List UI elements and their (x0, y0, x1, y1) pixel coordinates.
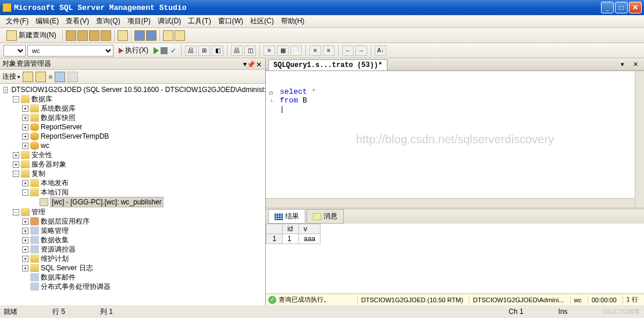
pin-icon[interactable]: 📌 (247, 61, 254, 68)
menu-project[interactable]: 项目(P) (125, 15, 153, 27)
analysis-mdx-icon[interactable] (77, 30, 88, 41)
expand-icon[interactable]: + (22, 218, 29, 225)
tree-server[interactable]: DTSCIOW1G2GJOED (SQL Server 10.50.1600 -… (11, 85, 265, 94)
expand-icon[interactable]: + (22, 115, 29, 121)
db-engine-query-icon[interactable] (66, 30, 76, 41)
tree-resource-gov[interactable]: 资源调控器 (41, 245, 76, 254)
expand-icon[interactable]: + (13, 161, 19, 168)
database-engine-dropdown[interactable] (3, 45, 26, 56)
new-query-button[interactable]: 新建查询(N) (3, 29, 59, 42)
outline-minus-icon[interactable]: ⊟ (269, 90, 273, 99)
results-to-file-icon[interactable]: 📄 (290, 45, 302, 56)
expand-icon[interactable]: + (22, 180, 29, 186)
tree-db-report-temp[interactable]: ReportServerTempDB (41, 132, 109, 141)
results-grid[interactable]: id v 1 1 aaa (266, 224, 644, 294)
tree-db-wc[interactable]: wc (41, 141, 49, 150)
menu-query[interactable]: 查询(Q) (94, 15, 122, 27)
tree-management[interactable]: 管理 (31, 207, 45, 217)
tree-policy[interactable]: 策略管理 (41, 226, 69, 235)
expand-icon[interactable]: - (3, 87, 8, 93)
open-file-icon[interactable] (118, 30, 128, 41)
connect-icon[interactable] (23, 72, 33, 82)
tree-db-mail[interactable]: 数据库邮件 (41, 273, 76, 282)
analysis-xmla-icon[interactable] (101, 30, 111, 41)
menu-window[interactable]: 窗口(W) (216, 15, 245, 27)
comment-icon[interactable]: ≡ (309, 45, 321, 56)
expand-icon[interactable]: + (22, 256, 29, 262)
tree-security[interactable]: 安全性 (31, 150, 52, 160)
intellisense-icon[interactable]: ◧ (212, 45, 223, 56)
expand-icon[interactable]: - (13, 96, 19, 103)
stop-button[interactable] (161, 47, 168, 54)
debug-button[interactable] (154, 47, 159, 54)
include-actual-plan-icon[interactable]: 品 (231, 45, 243, 56)
tree-data-collect[interactable]: 数据收集 (41, 235, 69, 245)
save-all-icon[interactable] (146, 30, 156, 41)
sql-editor[interactable]: ⊟ └ select * from B | http://blog.csdn.n… (266, 71, 644, 207)
analysis-dmx-icon[interactable] (89, 30, 99, 41)
activity-monitor-icon[interactable] (163, 30, 173, 41)
expand-icon[interactable]: + (22, 228, 29, 234)
uncomment-icon[interactable]: ≡ (323, 45, 335, 56)
decrease-indent-icon[interactable]: ← (342, 45, 354, 56)
tree-maint-plan[interactable]: 维护计划 (41, 254, 69, 263)
tab-results[interactable]: 结果 (268, 209, 305, 224)
disconnect-icon[interactable] (35, 72, 46, 82)
expand-icon[interactable]: + (22, 105, 29, 112)
tree-sql-logs[interactable]: SQL Server 日志 (41, 263, 93, 273)
tab-close-icon[interactable]: ✕ (631, 61, 639, 69)
expand-icon[interactable]: + (22, 124, 29, 130)
tree-data-tier[interactable]: 数据层应用程序 (41, 217, 90, 226)
results-to-grid-icon[interactable]: ▦ (277, 45, 289, 56)
increase-indent-icon[interactable]: → (355, 45, 367, 56)
menu-file[interactable]: 文件(F) (3, 15, 31, 27)
panel-close-icon[interactable]: ✕ (256, 61, 263, 68)
expand-icon[interactable]: - (22, 189, 29, 196)
query-options-icon[interactable]: ⊞ (198, 45, 210, 56)
results-to-text-icon[interactable]: ≡ (264, 45, 275, 56)
minimize-button[interactable]: _ (601, 2, 614, 13)
horizontal-scrollbar[interactable] (266, 198, 635, 207)
expand-icon[interactable]: + (22, 133, 29, 140)
column-header-id[interactable]: id (283, 224, 299, 234)
expand-icon[interactable]: + (22, 246, 29, 253)
save-icon[interactable] (134, 30, 145, 41)
connect-dropdown[interactable]: 连接 (2, 72, 20, 82)
tree-databases[interactable]: 数据库 (31, 94, 52, 104)
tree-db-report[interactable]: ReportServer (41, 122, 82, 132)
table-row[interactable]: 1 1 aaa (266, 234, 321, 244)
database-combo[interactable]: wc (27, 45, 113, 56)
filter-icon[interactable] (55, 72, 65, 82)
expand-icon[interactable]: - (13, 171, 19, 177)
menu-view[interactable]: 查看(V) (63, 15, 91, 27)
menu-edit[interactable]: 编辑(E) (33, 15, 61, 27)
tree-local-sub[interactable]: 本地订阅 (41, 188, 69, 197)
menu-community[interactable]: 社区(C) (248, 15, 276, 27)
registered-servers-icon[interactable] (175, 30, 185, 41)
execute-button[interactable]: 执行(X) (115, 45, 152, 56)
menu-help[interactable]: 帮助(H) (279, 15, 307, 27)
tree-db-snapshots[interactable]: 数据库快照 (41, 113, 76, 122)
tab-dropdown-icon[interactable]: ▾ (618, 61, 627, 69)
expand-icon[interactable]: + (22, 265, 29, 271)
include-stats-icon[interactable]: ◫ (244, 45, 256, 56)
display-plan-icon[interactable]: 品 (185, 45, 197, 56)
vertical-scrollbar[interactable] (635, 71, 644, 207)
tree-sys-db[interactable]: 系统数据库 (41, 104, 76, 113)
tree-dtc[interactable]: 分布式事务处理协调器 (41, 282, 111, 291)
tree-server-objs[interactable]: 服务器对象 (31, 160, 66, 169)
expand-icon[interactable]: + (22, 237, 29, 243)
refresh-icon[interactable] (67, 72, 78, 82)
menu-debug[interactable]: 调试(D) (155, 15, 184, 27)
expand-icon[interactable]: + (13, 152, 19, 158)
tree-replication[interactable]: 复制 (31, 169, 45, 178)
specify-template-icon[interactable]: A↓ (375, 45, 386, 56)
expand-icon[interactable]: - (13, 209, 19, 215)
tree-sub-selected[interactable]: [wc] - [GGG-PC].[wc]: wc_publisher (50, 197, 163, 207)
column-header-v[interactable]: v (299, 224, 321, 234)
tree-local-pub[interactable]: 本地发布 (41, 178, 69, 188)
close-button[interactable]: ✕ (629, 2, 642, 13)
tab-messages[interactable]: 消息 (307, 209, 344, 224)
menu-tools[interactable]: 工具(T) (186, 15, 213, 27)
expand-icon[interactable]: + (22, 143, 29, 149)
